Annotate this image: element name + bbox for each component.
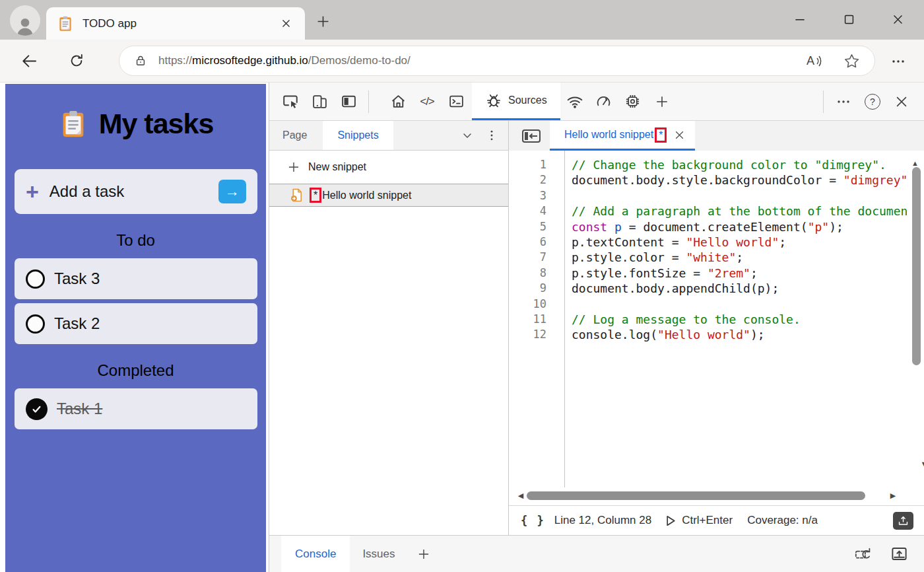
code-editor[interactable]: 123456789101112 // Change the background… [509,151,924,487]
editor-tab[interactable]: Hello world snippet * [550,121,695,151]
window-close-icon[interactable] [886,9,909,29]
add-task-submit-button[interactable]: → [218,180,246,203]
inspect-icon[interactable] [276,83,305,120]
line-number[interactable]: 3 [509,188,546,203]
hide-navigator-icon[interactable] [519,127,543,145]
line-number[interactable]: 12 [509,327,546,342]
task-label: Task 2 [54,314,100,333]
devtools-close-icon[interactable] [887,83,916,120]
export-snippet-button[interactable] [893,512,913,530]
chevron-down-icon[interactable] [461,129,474,142]
snippet-list-item[interactable]: * Hello world snippet [269,184,508,207]
line-number[interactable]: 6 [509,234,546,250]
expand-drawer-icon[interactable] [890,545,908,563]
code-line[interactable]: // Change the background color to "dimgr… [572,157,907,172]
lock-icon [134,54,147,68]
network-wifi-icon[interactable] [560,83,589,120]
devtools-more-menu-icon[interactable] [829,83,858,120]
devtools-help-icon[interactable]: ? [858,83,887,120]
address-bar: https://microsoftedge.github.io/Demos/de… [0,40,924,83]
add-task-input[interactable]: + Add a task → [15,169,257,214]
vertical-scrollbar[interactable] [911,157,922,482]
line-number[interactable]: 10 [509,297,546,312]
sources-tab-label: Sources [508,94,547,106]
profile-avatar[interactable] [10,5,40,36]
format-braces-icon[interactable]: { } [521,514,545,527]
todo-header: My tasks [5,108,266,140]
line-number[interactable]: 1 [509,157,546,172]
devtools-drawer: Console Issues [269,535,924,572]
code-line[interactable]: document.body.appendChild(p); [572,281,907,296]
code-line[interactable]: p.style.fontSize = "2rem"; [572,266,907,281]
code-line[interactable]: // Add a paragraph at the bottom of the … [572,203,907,219]
performance-gauge-icon[interactable] [589,83,618,120]
line-number[interactable]: 9 [509,281,546,296]
line-number[interactable]: 11 [509,312,546,327]
browser-tab[interactable]: TODO app [46,7,305,40]
kebab-menu-icon[interactable] [482,125,502,145]
console-tab-icon[interactable] [442,83,471,120]
drawer-tab-console[interactable]: Console [281,536,350,572]
restore-snippet-icon[interactable] [854,545,872,563]
read-aloud-icon[interactable] [807,54,824,68]
task-item[interactable]: Task 3 [15,258,257,299]
code-line[interactable]: console.log("Hello world"); [572,327,907,342]
more-tabs-plus-icon[interactable] [647,83,676,120]
scroll-up-icon[interactable] [911,159,919,167]
url-text: https://microsoftedge.github.io/Demos/de… [158,54,807,67]
browser-window: TODO app [0,0,924,572]
code-line[interactable]: document.body.style.backgroundColor = "d… [572,172,907,188]
scroll-left-icon[interactable] [515,491,526,500]
run-snippet-icon[interactable] [661,511,679,530]
line-number[interactable]: 4 [509,203,546,219]
scroll-right-icon[interactable] [888,491,898,500]
horizontal-scrollbar[interactable] [509,487,924,505]
code-line[interactable]: const p = document.createElement("p"); [572,219,907,234]
navigator-tab-page[interactable]: Page [269,121,320,150]
editor-code[interactable]: // Change the background color to "dimgr… [565,151,907,487]
dock-side-icon[interactable] [334,83,363,120]
task-checkbox[interactable] [26,269,45,289]
url-input[interactable]: https://microsoftedge.github.io/Demos/de… [119,46,875,76]
drawer-tab-issues[interactable]: Issues [350,536,407,572]
code-line[interactable]: p.style.color = "white"; [572,250,907,265]
vertical-scroll-thumb[interactable] [912,167,921,365]
scroll-down-icon[interactable] [919,459,924,468]
line-number[interactable]: 8 [509,266,546,281]
editor-gutter[interactable]: 123456789101112 [509,151,565,487]
task-item[interactable]: Task 2 [15,303,257,344]
device-emulation-icon[interactable] [305,83,334,120]
task-checkbox[interactable] [26,314,45,334]
line-number[interactable]: 5 [509,219,546,234]
code-line[interactable]: p.textContent = "Hello world"; [572,234,907,250]
new-tab-icon[interactable] [313,13,333,30]
person-icon [14,16,36,36]
navigator-tab-snippets[interactable]: Snippets [323,121,393,150]
todo-app-panel: My tasks + Add a task → To doTask 3Task … [5,84,266,572]
editor-tab-close-icon[interactable] [671,127,687,143]
settings-menu-icon[interactable] [887,53,909,70]
line-number[interactable]: 2 [509,172,546,188]
window-minimize-icon[interactable] [788,9,812,29]
code-line[interactable]: // Log a message to the console. [572,312,907,327]
unsaved-marker-highlight: * [655,127,667,143]
horizontal-scroll-thumb[interactable] [527,491,865,500]
task-checkbox-checked[interactable] [26,398,48,420]
sources-navigator: Page Snippets New snippet [269,121,509,535]
line-number[interactable]: 7 [509,250,546,265]
favorites-star-icon[interactable] [843,53,860,69]
code-line[interactable] [572,297,907,312]
window-maximize-icon[interactable] [837,9,861,29]
tab-close-icon[interactable] [277,15,294,32]
memory-chip-icon[interactable] [618,83,647,120]
task-item[interactable]: Task 1 [15,388,257,429]
drawer-more-tabs-icon[interactable] [413,544,434,565]
reload-icon[interactable] [62,46,91,75]
tab-sources[interactable]: Sources [472,83,560,120]
back-icon[interactable] [15,46,44,75]
navigator-tabs: Page Snippets [269,121,508,151]
welcome-tab-home-icon[interactable] [383,83,412,120]
new-snippet-button[interactable]: New snippet [269,151,508,184]
elements-tab-icon[interactable]: </> [412,83,442,120]
code-line[interactable] [572,188,907,203]
